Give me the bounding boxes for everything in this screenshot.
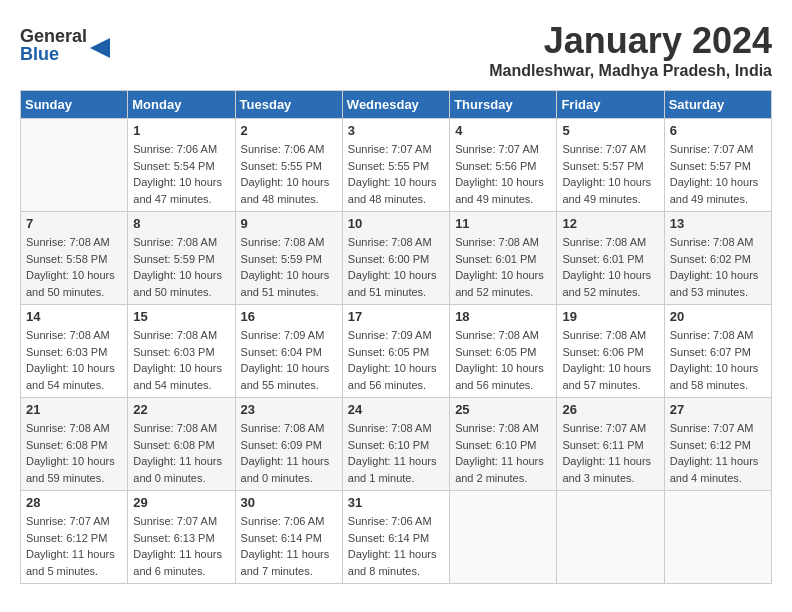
day-number: 20: [670, 309, 766, 324]
day-number: 19: [562, 309, 658, 324]
day-detail: Sunrise: 7:07 AMSunset: 6:13 PMDaylight:…: [133, 513, 229, 579]
calendar-table: SundayMondayTuesdayWednesdayThursdayFrid…: [20, 90, 772, 584]
day-number: 14: [26, 309, 122, 324]
day-detail: Sunrise: 7:07 AMSunset: 6:12 PMDaylight:…: [26, 513, 122, 579]
calendar-cell: 1Sunrise: 7:06 AMSunset: 5:54 PMDaylight…: [128, 119, 235, 212]
calendar-cell: 21Sunrise: 7:08 AMSunset: 6:08 PMDayligh…: [21, 398, 128, 491]
day-number: 10: [348, 216, 444, 231]
calendar-cell: 8Sunrise: 7:08 AMSunset: 5:59 PMDaylight…: [128, 212, 235, 305]
day-number: 22: [133, 402, 229, 417]
day-number: 12: [562, 216, 658, 231]
calendar-cell: [557, 491, 664, 584]
day-detail: Sunrise: 7:08 AMSunset: 5:59 PMDaylight:…: [241, 234, 337, 300]
calendar-cell: 16Sunrise: 7:09 AMSunset: 6:04 PMDayligh…: [235, 305, 342, 398]
logo-text: General Blue: [20, 20, 115, 71]
day-number: 7: [26, 216, 122, 231]
calendar-cell: 20Sunrise: 7:08 AMSunset: 6:07 PMDayligh…: [664, 305, 771, 398]
calendar-cell: 11Sunrise: 7:08 AMSunset: 6:01 PMDayligh…: [450, 212, 557, 305]
day-number: 5: [562, 123, 658, 138]
day-number: 28: [26, 495, 122, 510]
day-detail: Sunrise: 7:08 AMSunset: 6:00 PMDaylight:…: [348, 234, 444, 300]
day-number: 15: [133, 309, 229, 324]
day-detail: Sunrise: 7:08 AMSunset: 5:58 PMDaylight:…: [26, 234, 122, 300]
logo: General Blue: [20, 20, 115, 71]
day-number: 2: [241, 123, 337, 138]
day-number: 11: [455, 216, 551, 231]
calendar-week-row: 21Sunrise: 7:08 AMSunset: 6:08 PMDayligh…: [21, 398, 772, 491]
calendar-cell: 27Sunrise: 7:07 AMSunset: 6:12 PMDayligh…: [664, 398, 771, 491]
day-detail: Sunrise: 7:06 AMSunset: 6:14 PMDaylight:…: [241, 513, 337, 579]
day-detail: Sunrise: 7:09 AMSunset: 6:04 PMDaylight:…: [241, 327, 337, 393]
calendar-cell: 3Sunrise: 7:07 AMSunset: 5:55 PMDaylight…: [342, 119, 449, 212]
day-number: 17: [348, 309, 444, 324]
day-detail: Sunrise: 7:08 AMSunset: 5:59 PMDaylight:…: [133, 234, 229, 300]
calendar-cell: 29Sunrise: 7:07 AMSunset: 6:13 PMDayligh…: [128, 491, 235, 584]
day-number: 30: [241, 495, 337, 510]
day-detail: Sunrise: 7:08 AMSunset: 6:01 PMDaylight:…: [455, 234, 551, 300]
day-number: 1: [133, 123, 229, 138]
day-detail: Sunrise: 7:07 AMSunset: 6:11 PMDaylight:…: [562, 420, 658, 486]
header-day-saturday: Saturday: [664, 91, 771, 119]
svg-text:General: General: [20, 26, 87, 46]
day-detail: Sunrise: 7:08 AMSunset: 6:02 PMDaylight:…: [670, 234, 766, 300]
day-detail: Sunrise: 7:08 AMSunset: 6:10 PMDaylight:…: [348, 420, 444, 486]
calendar-cell: 15Sunrise: 7:08 AMSunset: 6:03 PMDayligh…: [128, 305, 235, 398]
calendar-cell: 28Sunrise: 7:07 AMSunset: 6:12 PMDayligh…: [21, 491, 128, 584]
day-detail: Sunrise: 7:06 AMSunset: 5:54 PMDaylight:…: [133, 141, 229, 207]
header-day-wednesday: Wednesday: [342, 91, 449, 119]
day-number: 23: [241, 402, 337, 417]
calendar-header-row: SundayMondayTuesdayWednesdayThursdayFrid…: [21, 91, 772, 119]
day-detail: Sunrise: 7:07 AMSunset: 6:12 PMDaylight:…: [670, 420, 766, 486]
day-number: 26: [562, 402, 658, 417]
header-day-friday: Friday: [557, 91, 664, 119]
day-detail: Sunrise: 7:07 AMSunset: 5:57 PMDaylight:…: [670, 141, 766, 207]
calendar-cell: 23Sunrise: 7:08 AMSunset: 6:09 PMDayligh…: [235, 398, 342, 491]
day-number: 4: [455, 123, 551, 138]
day-detail: Sunrise: 7:08 AMSunset: 6:03 PMDaylight:…: [26, 327, 122, 393]
day-number: 25: [455, 402, 551, 417]
calendar-cell: 26Sunrise: 7:07 AMSunset: 6:11 PMDayligh…: [557, 398, 664, 491]
calendar-cell: 17Sunrise: 7:09 AMSunset: 6:05 PMDayligh…: [342, 305, 449, 398]
day-detail: Sunrise: 7:08 AMSunset: 6:08 PMDaylight:…: [133, 420, 229, 486]
day-detail: Sunrise: 7:07 AMSunset: 5:57 PMDaylight:…: [562, 141, 658, 207]
day-number: 24: [348, 402, 444, 417]
calendar-cell: 13Sunrise: 7:08 AMSunset: 6:02 PMDayligh…: [664, 212, 771, 305]
calendar-cell: 6Sunrise: 7:07 AMSunset: 5:57 PMDaylight…: [664, 119, 771, 212]
day-detail: Sunrise: 7:06 AMSunset: 5:55 PMDaylight:…: [241, 141, 337, 207]
svg-text:Blue: Blue: [20, 44, 59, 64]
day-detail: Sunrise: 7:08 AMSunset: 6:01 PMDaylight:…: [562, 234, 658, 300]
calendar-cell: 5Sunrise: 7:07 AMSunset: 5:57 PMDaylight…: [557, 119, 664, 212]
day-number: 16: [241, 309, 337, 324]
day-number: 13: [670, 216, 766, 231]
month-year-title: January 2024: [489, 20, 772, 62]
day-detail: Sunrise: 7:08 AMSunset: 6:09 PMDaylight:…: [241, 420, 337, 486]
calendar-cell: 31Sunrise: 7:06 AMSunset: 6:14 PMDayligh…: [342, 491, 449, 584]
calendar-cell: 7Sunrise: 7:08 AMSunset: 5:58 PMDaylight…: [21, 212, 128, 305]
day-detail: Sunrise: 7:08 AMSunset: 6:10 PMDaylight:…: [455, 420, 551, 486]
day-detail: Sunrise: 7:08 AMSunset: 6:05 PMDaylight:…: [455, 327, 551, 393]
day-number: 6: [670, 123, 766, 138]
calendar-week-row: 1Sunrise: 7:06 AMSunset: 5:54 PMDaylight…: [21, 119, 772, 212]
day-detail: Sunrise: 7:08 AMSunset: 6:06 PMDaylight:…: [562, 327, 658, 393]
day-number: 31: [348, 495, 444, 510]
calendar-week-row: 7Sunrise: 7:08 AMSunset: 5:58 PMDaylight…: [21, 212, 772, 305]
calendar-cell: 18Sunrise: 7:08 AMSunset: 6:05 PMDayligh…: [450, 305, 557, 398]
day-detail: Sunrise: 7:09 AMSunset: 6:05 PMDaylight:…: [348, 327, 444, 393]
day-detail: Sunrise: 7:08 AMSunset: 6:03 PMDaylight:…: [133, 327, 229, 393]
calendar-cell: 24Sunrise: 7:08 AMSunset: 6:10 PMDayligh…: [342, 398, 449, 491]
calendar-cell: 30Sunrise: 7:06 AMSunset: 6:14 PMDayligh…: [235, 491, 342, 584]
day-number: 29: [133, 495, 229, 510]
header-day-thursday: Thursday: [450, 91, 557, 119]
day-detail: Sunrise: 7:07 AMSunset: 5:55 PMDaylight:…: [348, 141, 444, 207]
day-number: 8: [133, 216, 229, 231]
calendar-cell: 10Sunrise: 7:08 AMSunset: 6:00 PMDayligh…: [342, 212, 449, 305]
header-day-tuesday: Tuesday: [235, 91, 342, 119]
calendar-cell: 9Sunrise: 7:08 AMSunset: 5:59 PMDaylight…: [235, 212, 342, 305]
calendar-cell: [21, 119, 128, 212]
calendar-cell: 14Sunrise: 7:08 AMSunset: 6:03 PMDayligh…: [21, 305, 128, 398]
calendar-cell: 22Sunrise: 7:08 AMSunset: 6:08 PMDayligh…: [128, 398, 235, 491]
calendar-cell: 2Sunrise: 7:06 AMSunset: 5:55 PMDaylight…: [235, 119, 342, 212]
header-day-sunday: Sunday: [21, 91, 128, 119]
calendar-cell: 25Sunrise: 7:08 AMSunset: 6:10 PMDayligh…: [450, 398, 557, 491]
day-detail: Sunrise: 7:08 AMSunset: 6:08 PMDaylight:…: [26, 420, 122, 486]
